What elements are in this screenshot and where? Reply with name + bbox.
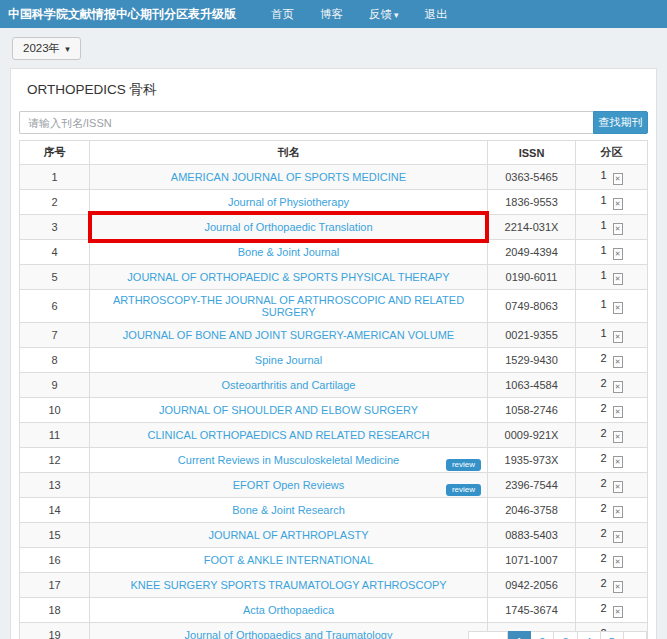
table-row: 2Journal of Physiotherapy1836-95531 ✕ [20,190,648,215]
page-button-»[interactable]: » [624,631,647,639]
search-journal-button[interactable]: 查找期刊 [593,111,648,134]
broken-image-icon: ✕ [613,506,623,518]
row-index: 9 [20,373,90,398]
navbar-item-1[interactable]: 首页 [258,7,307,22]
page-button-4[interactable]: 4 [578,631,601,639]
journal-link[interactable]: CLINICAL ORTHOPAEDICS AND RELATED RESEAR… [148,429,430,441]
journal-zone: 1 ✕ [576,290,648,323]
journal-link[interactable]: FOOT & ANKLE INTERNATIONAL [204,554,374,566]
journal-zone: 1 ✕ [576,215,648,240]
journal-zone: 2 ✕ [576,498,648,523]
journal-link[interactable]: Journal of Orthopaedic Translation [204,221,372,233]
journal-link[interactable]: JOURNAL OF BONE AND JOINT SURGERY-AMERIC… [123,329,454,341]
journal-issn: 1058-2746 [488,398,576,423]
chevron-down-icon: ▾ [394,10,399,20]
table-row: 13EFORT Open Reviewsreview2396-75442 ✕ [20,473,648,498]
journal-link[interactable]: JOURNAL OF SHOULDER AND ELBOW SURGERY [159,404,418,416]
journal-name-cell: CLINICAL ORTHOPAEDICS AND RELATED RESEAR… [90,423,488,448]
table-row: 10JOURNAL OF SHOULDER AND ELBOW SURGERY1… [20,398,648,423]
journal-zone: 2 ✕ [576,373,648,398]
search-input[interactable] [19,111,593,134]
row-index: 12 [20,448,90,473]
review-badge: review [446,484,481,496]
page-button-«[interactable]: « [468,631,508,639]
journal-zone: 2 ✕ [576,398,648,423]
table-row: 15JOURNAL OF ARTHROPLASTY0883-54032 ✕ [20,523,648,548]
journal-issn: 2049-4394 [488,240,576,265]
navbar-item-3[interactable]: 反馈▾ [356,7,412,22]
row-index: 13 [20,473,90,498]
broken-image-icon: ✕ [613,456,623,468]
navbar-item-4[interactable]: 退出 [412,7,461,22]
journal-issn: 2396-7544 [488,473,576,498]
journal-link[interactable]: Acta Orthopaedica [243,604,334,616]
year-selector-row: 2023年 ▾ [0,28,667,68]
page-button-1[interactable]: 1 [508,631,531,639]
journal-name-cell: Spine Journal [90,348,488,373]
header-issn: ISSN [488,141,576,165]
journal-link[interactable]: KNEE SURGERY SPORTS TRAUMATOLOGY ARTHROS… [130,579,446,591]
table-row: 17KNEE SURGERY SPORTS TRAUMATOLOGY ARTHR… [20,573,648,598]
journal-link[interactable]: Journal of Physiotherapy [228,196,349,208]
row-index: 19 [20,623,90,639]
journal-name-cell: FOOT & ANKLE INTERNATIONAL [90,548,488,573]
journal-zone: 2 ✕ [576,548,648,573]
row-index: 17 [20,573,90,598]
journal-link[interactable]: Spine Journal [255,354,322,366]
navbar-menu: 首页博客反馈▾退出 [258,7,461,22]
journal-issn: 1071-1007 [488,548,576,573]
search-bar: 查找期刊 [19,111,648,134]
journal-link[interactable]: Journal of Orthopaedics and Traumatology [185,629,393,639]
table-row: 6ARTHROSCOPY-THE JOURNAL OF ARTHROSCOPIC… [20,290,648,323]
journal-link[interactable]: ARTHROSCOPY-THE JOURNAL OF ARTHROSCOPIC … [113,294,464,318]
page-button-3[interactable]: 3 [554,631,577,639]
journal-name-cell: EFORT Open Reviewsreview [90,473,488,498]
journal-zone: 1 ✕ [576,165,648,190]
page-button-2[interactable]: 2 [531,631,554,639]
journal-link[interactable]: JOURNAL OF ARTHROPLASTY [208,529,368,541]
journal-issn: 0190-6011 [488,265,576,290]
row-index: 3 [20,215,90,240]
journal-link[interactable]: Current Reviews in Musculoskeletal Medic… [178,454,399,466]
journal-name-cell: AMERICAN JOURNAL OF SPORTS MEDICINE [90,165,488,190]
broken-image-icon: ✕ [613,406,623,418]
broken-image-icon: ✕ [613,223,623,235]
broken-image-icon: ✕ [613,248,623,260]
page-title: ORTHOPEDICS 骨科 [19,77,648,111]
journal-link[interactable]: JOURNAL OF ORTHOPAEDIC & SPORTS PHYSICAL… [127,271,449,283]
journal-link[interactable]: Bone & Joint Research [232,504,345,516]
broken-image-icon: ✕ [613,556,623,568]
table-row: 9Osteoarthritis and Cartilage1063-45842 … [20,373,648,398]
top-navbar: 中国科学院文献情报中心期刊分区表升级版 首页博客反馈▾退出 [0,0,667,28]
table-header-row: 序号 刊名 ISSN 分区 [20,141,648,165]
navbar-item-2[interactable]: 博客 [307,7,356,22]
journal-name-cell: JOURNAL OF SHOULDER AND ELBOW SURGERY [90,398,488,423]
journal-zone: 1 ✕ [576,190,648,215]
row-index: 8 [20,348,90,373]
year-dropdown-label: 2023年 [23,42,60,54]
broken-image-icon: ✕ [613,481,623,493]
journal-name-cell: Bone & Joint Journal [90,240,488,265]
journal-zone: 2 ✕ [576,473,648,498]
journal-issn: 0009-921X [488,423,576,448]
journal-name-cell: Bone & Joint Research [90,498,488,523]
page-button-5[interactable]: 5 [601,631,624,639]
row-index: 5 [20,265,90,290]
broken-image-icon: ✕ [613,606,623,618]
journal-name-cell: Osteoarthritis and Cartilage [90,373,488,398]
journal-link[interactable]: EFORT Open Reviews [233,479,344,491]
year-dropdown-button[interactable]: 2023年 ▾ [12,37,81,60]
journal-link[interactable]: Bone & Joint Journal [238,246,340,258]
journal-link[interactable]: Osteoarthritis and Cartilage [222,379,356,391]
journal-zone: 1 ✕ [576,265,648,290]
row-index: 15 [20,523,90,548]
row-index: 4 [20,240,90,265]
journal-name-cell: Journal of Physiotherapy [90,190,488,215]
journal-issn: 0942-2056 [488,573,576,598]
journal-link[interactable]: AMERICAN JOURNAL OF SPORTS MEDICINE [171,171,406,183]
journal-issn: 1529-9430 [488,348,576,373]
row-index: 1 [20,165,90,190]
table-row: 18Acta Orthopaedica1745-36742 ✕ [20,598,648,623]
journal-issn: 0883-5403 [488,523,576,548]
review-badge: review [446,459,481,471]
